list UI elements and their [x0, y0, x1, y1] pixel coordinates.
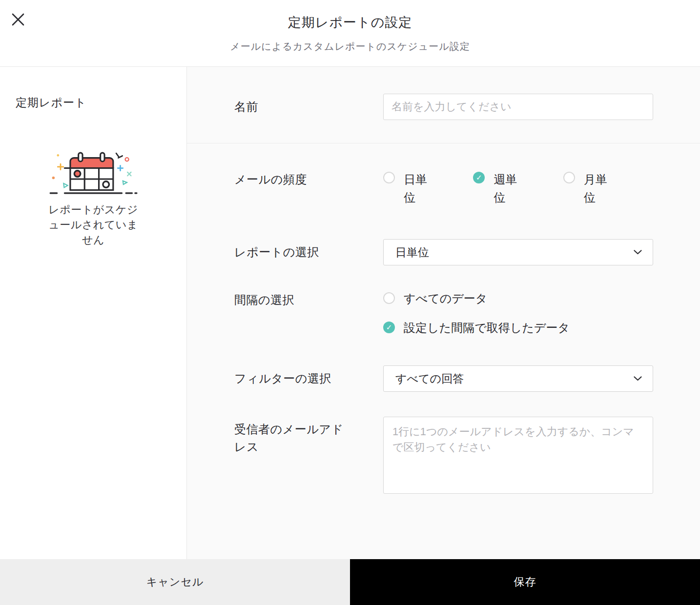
chevron-down-icon: [634, 376, 642, 381]
calendar-illustration-icon: [47, 151, 140, 195]
recipients-row: 受信者のメールアドレス: [187, 417, 700, 496]
cancel-button[interactable]: キャンセル: [0, 559, 350, 605]
empty-state: レポートがスケジュールされていません: [0, 151, 186, 247]
recipients-label: 受信者のメールアドレス: [234, 417, 383, 456]
email-frequency-row: メールの頻度 日単位 ✓ 週単位 月単位: [187, 170, 700, 206]
report-select-row: レポートの選択 日単位: [187, 239, 700, 265]
radio-unchecked-icon[interactable]: [383, 172, 395, 183]
dialog-subtitle: メールによるカスタムレポートのスケジュール設定: [0, 40, 700, 53]
filter-select[interactable]: すべての回答: [383, 365, 653, 392]
frequency-radio-group: 日単位 ✓ 週単位 月単位: [383, 170, 653, 206]
close-icon[interactable]: [11, 12, 26, 27]
radio-unchecked-icon[interactable]: [383, 292, 395, 304]
empty-state-message: レポートがスケジュールされていません: [47, 202, 140, 247]
name-label: 名前: [234, 98, 383, 116]
name-row: 名前: [187, 94, 700, 120]
radio-checked-icon[interactable]: ✓: [383, 322, 395, 333]
dialog-footer: キャンセル 保存: [0, 559, 700, 605]
filter-select-row: フィルターの選択 すべての回答: [187, 365, 700, 392]
filter-select-value: すべての回答: [395, 371, 634, 386]
report-list-sidebar: 定期レポート: [0, 67, 187, 559]
report-select-value: 日単位: [395, 245, 634, 260]
report-select[interactable]: 日単位: [383, 239, 653, 265]
interval-select-label: 間隔の選択: [234, 291, 383, 309]
sidebar-title: 定期レポート: [16, 95, 186, 110]
filter-select-label: フィルターの選択: [234, 370, 383, 387]
scheduled-report-settings-dialog: 定期レポートの設定 メールによるカスタムレポートのスケジュール設定 定期レポート: [0, 0, 700, 605]
chevron-down-icon: [634, 250, 642, 255]
radio-unchecked-icon[interactable]: [563, 172, 575, 183]
recipients-textarea[interactable]: [383, 417, 653, 494]
email-frequency-label: メールの頻度: [234, 170, 383, 188]
interval-select-row: 間隔の選択 すべてのデータ ✓ 設定した間隔で取得したデータ: [187, 291, 700, 335]
frequency-option-monthly[interactable]: 月単位: [563, 170, 653, 206]
name-input[interactable]: [383, 94, 653, 120]
radio-checked-icon[interactable]: ✓: [473, 172, 485, 183]
save-button[interactable]: 保存: [350, 559, 700, 605]
dialog-header: 定期レポートの設定 メールによるカスタムレポートのスケジュール設定: [0, 0, 700, 67]
frequency-option-weekly[interactable]: ✓ 週単位: [473, 170, 563, 206]
frequency-option-daily[interactable]: 日単位: [383, 170, 473, 206]
report-select-label: レポートの選択: [234, 243, 383, 261]
dialog-body: 定期レポート: [0, 67, 700, 559]
dialog-title: 定期レポートの設定: [0, 0, 700, 31]
interval-option-range-data[interactable]: ✓ 設定した間隔で取得したデータ: [383, 321, 653, 335]
close-x-icon: [11, 12, 25, 27]
report-settings-form: 名前 メールの頻度 日単位 ✓ 週単位: [187, 67, 700, 559]
interval-option-all-data[interactable]: すべてのデータ: [383, 291, 653, 306]
interval-radio-group: すべてのデータ ✓ 設定した間隔で取得したデータ: [383, 291, 653, 335]
section-divider: [187, 143, 700, 143]
